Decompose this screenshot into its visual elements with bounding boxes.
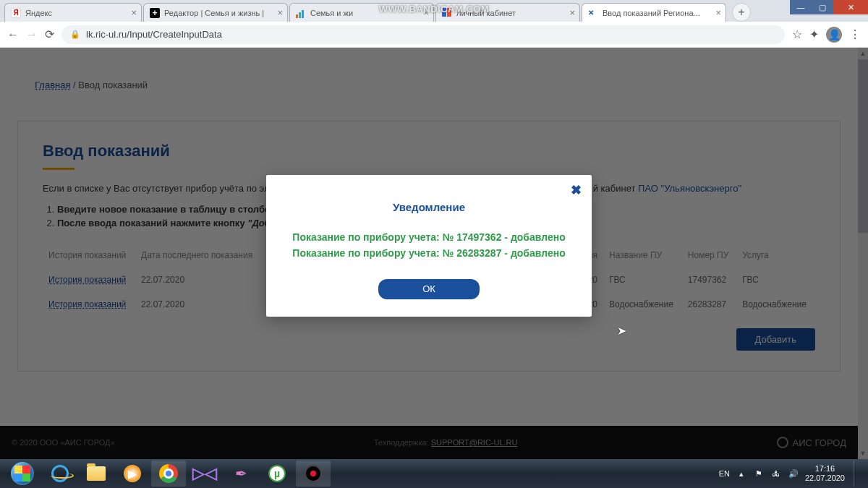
feather-icon: ✒ <box>235 465 247 482</box>
tab-title: Ввод показаний Региона... <box>603 9 710 17</box>
editor-icon: + <box>150 8 160 18</box>
window-maximize-button[interactable]: ▢ <box>812 0 833 14</box>
taskbar-wmp[interactable]: ▶ <box>115 461 150 487</box>
taskbar-utorrent[interactable]: µ <box>260 461 294 487</box>
modal-close-icon[interactable]: ✖ <box>571 182 582 198</box>
bandicam-icon <box>305 465 322 482</box>
taskbar-chrome[interactable] <box>151 461 186 487</box>
modal-line-2: Показание по прибору учета: № 26283287 -… <box>284 245 574 261</box>
window-minimize-button[interactable]: — <box>790 0 812 14</box>
chrome-icon <box>159 464 178 483</box>
bookmark-icon[interactable]: ☆ <box>792 27 802 41</box>
close-icon[interactable]: × <box>715 7 721 18</box>
taskbar-ie[interactable] <box>43 461 77 487</box>
taskbar-clock[interactable]: 17:16 22.07.2020 <box>805 464 845 483</box>
tray-arrow-icon[interactable]: ▴ <box>736 468 747 479</box>
modal-title: Уведомление <box>266 175 592 222</box>
chart-icon <box>296 8 306 18</box>
folder-icon <box>87 466 106 481</box>
taskbar-vs[interactable]: ▷◁ <box>187 461 222 487</box>
browser-tab[interactable]: Я Яндекс × <box>4 3 142 22</box>
taskbar-feather[interactable]: ✒ <box>224 461 258 487</box>
new-tab-button[interactable]: + <box>732 3 751 22</box>
start-button[interactable] <box>4 461 41 487</box>
taskbar-bandicam[interactable] <box>296 461 331 487</box>
reload-button[interactable]: ⟳ <box>45 27 54 41</box>
tab-title: Яндекс <box>25 9 125 17</box>
volume-icon[interactable]: 🔊 <box>788 468 799 479</box>
close-icon[interactable]: × <box>277 7 283 18</box>
modal-ok-button[interactable]: ОК <box>378 279 480 299</box>
modal-body: Показание по прибору учета: № 17497362 -… <box>266 222 592 273</box>
url-field[interactable]: 🔒 lk.ric-ul.ru/Input/CreateInputData <box>61 25 785 44</box>
notification-modal: ✖ Уведомление Показание по прибору учета… <box>266 175 592 317</box>
close-icon[interactable]: × <box>131 7 137 18</box>
clock-date: 22.07.2020 <box>805 474 845 483</box>
browser-tab-active[interactable]: ✕ Ввод показаний Региона... × <box>582 3 726 22</box>
clock-time: 17:16 <box>805 464 845 474</box>
close-icon[interactable]: × <box>569 7 575 18</box>
url-text: lk.ric-ul.ru/Input/CreateInputData <box>86 29 222 40</box>
ie-icon <box>51 465 69 482</box>
windows-taskbar: ▶ ▷◁ ✒ µ EN ▴ ⚑ 🖧 🔊 17:16 22.07.2020 <box>0 459 868 488</box>
network-icon[interactable]: 🖧 <box>770 468 782 479</box>
system-tray: EN ▴ ⚑ 🖧 🔊 17:16 22.07.2020 <box>719 461 865 487</box>
utorrent-icon: µ <box>268 465 286 482</box>
action-center-icon[interactable]: ⚑ <box>753 468 765 479</box>
taskbar-explorer[interactable] <box>79 461 114 487</box>
address-bar: ← → ⟳ 🔒 lk.ric-ul.ru/Input/CreateInputDa… <box>0 22 868 48</box>
browser-tab[interactable]: + Редактор | Семья и жизнь | × <box>143 3 288 22</box>
mouse-cursor: ➤ <box>617 324 626 338</box>
ric-icon: ✕ <box>588 8 598 18</box>
extensions-icon[interactable]: ✦ <box>809 27 819 41</box>
back-button[interactable]: ← <box>7 28 19 41</box>
show-desktop-button[interactable] <box>854 461 862 487</box>
lock-icon: 🔒 <box>70 30 80 39</box>
windows-orb-icon <box>11 462 34 485</box>
bandicam-watermark: WWW.BANDICAM.COM <box>379 4 489 14</box>
vs-icon: ▷◁ <box>192 464 217 483</box>
profile-icon[interactable]: 👤 <box>826 27 842 43</box>
modal-line-1: Показание по прибору учета: № 17497362 -… <box>284 229 574 245</box>
menu-icon[interactable]: ⋮ <box>849 27 861 41</box>
wmp-icon: ▶ <box>124 465 141 482</box>
language-indicator[interactable]: EN <box>719 469 730 478</box>
forward-button[interactable]: → <box>26 28 38 41</box>
tab-title: Редактор | Семья и жизнь | <box>164 9 271 17</box>
window-close-button[interactable]: ✕ <box>833 0 868 14</box>
yandex-icon: Я <box>11 8 21 18</box>
